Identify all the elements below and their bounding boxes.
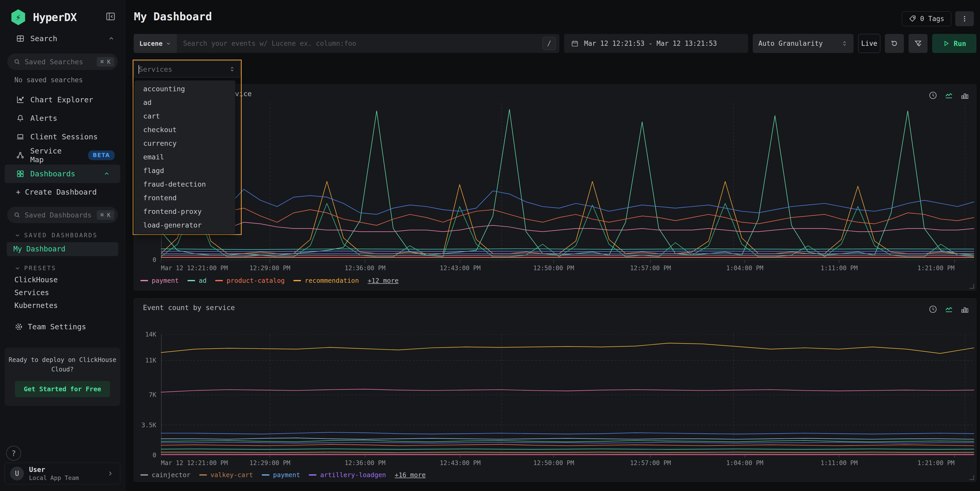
chevron-down-icon bbox=[165, 41, 171, 46]
services-select[interactable] bbox=[134, 61, 240, 77]
legend-item[interactable]: payment bbox=[262, 471, 300, 479]
hyperdx-logo-icon[interactable]: ⚡ bbox=[10, 9, 26, 25]
services-option[interactable]: fraud-detection bbox=[134, 177, 235, 191]
sidebar-item-label: Service Map bbox=[30, 146, 79, 164]
chart-panel-1: vice 0 Mar 12 12:21:00 PM12:29:00 PM12:3… bbox=[134, 84, 977, 291]
sidebar-item-my-dashboard[interactable]: My Dashboard bbox=[7, 242, 118, 256]
section-presets[interactable]: PRESETS bbox=[0, 263, 125, 273]
legend-item[interactable]: product-catalog bbox=[215, 277, 285, 284]
x-axis-tick: 1:04:00 PM bbox=[726, 459, 764, 467]
chevron-down-icon bbox=[14, 265, 21, 271]
section-title: PRESETS bbox=[24, 265, 56, 272]
services-input[interactable] bbox=[139, 65, 229, 73]
legend-item[interactable]: payment bbox=[140, 277, 179, 284]
clock-icon[interactable] bbox=[928, 91, 937, 100]
legend-item[interactable]: ad bbox=[188, 277, 207, 284]
section-saved-dashboards[interactable]: SAVED DASHBOARDS bbox=[0, 230, 125, 241]
user-team: Local App Team bbox=[29, 475, 79, 481]
dashboard-menu-button[interactable] bbox=[955, 11, 974, 26]
sidebar-item-services[interactable]: Services bbox=[0, 286, 125, 299]
sidebar-item-service-map[interactable]: Service Map BETA bbox=[0, 146, 125, 165]
panel-resize-handle[interactable] bbox=[969, 284, 974, 289]
chart-plot[interactable] bbox=[161, 334, 974, 458]
legend-swatch bbox=[140, 474, 148, 475]
line-chart-icon[interactable] bbox=[944, 305, 953, 314]
sidebar-item-team-settings[interactable]: Team Settings bbox=[0, 319, 125, 335]
clock-icon[interactable] bbox=[928, 305, 937, 314]
chart-legend: paymentadproduct-catalogrecommendation+1… bbox=[140, 277, 398, 284]
gear-icon bbox=[14, 323, 23, 331]
saved-searches-input[interactable] bbox=[25, 58, 92, 66]
sidebar-item-alerts[interactable]: Alerts bbox=[0, 109, 125, 127]
user-name: User bbox=[29, 466, 79, 474]
y-axis-tick: 3.5K bbox=[142, 422, 156, 429]
updown-chevrons-icon bbox=[229, 66, 235, 73]
legend-item[interactable]: valkey-cart bbox=[199, 471, 253, 479]
sidebar-item-label: Alerts bbox=[30, 114, 57, 122]
granularity-select[interactable]: Auto Granularity bbox=[753, 34, 854, 53]
line-chart-icon[interactable] bbox=[944, 91, 953, 100]
updown-chevrons-icon bbox=[841, 40, 848, 47]
legend-item[interactable]: artillery-loadgen bbox=[309, 471, 386, 479]
run-button[interactable]: Run bbox=[932, 34, 977, 53]
time-range-picker[interactable]: Mar 12 12:21:53 - Mar 12 13:21:53 bbox=[564, 34, 748, 53]
services-option[interactable]: frontend-proxy bbox=[134, 205, 235, 218]
services-option[interactable]: checkout bbox=[134, 123, 235, 137]
saved-dashboards-input[interactable] bbox=[25, 211, 92, 219]
sidebar-item-client-sessions[interactable]: Client Sessions bbox=[0, 127, 125, 146]
legend-more-link[interactable]: +12 more bbox=[368, 277, 398, 284]
event-search: Lucene / bbox=[134, 34, 559, 53]
panel-resize-handle[interactable] bbox=[969, 475, 974, 480]
filter-button[interactable] bbox=[908, 34, 928, 53]
services-option[interactable]: frontend bbox=[134, 191, 235, 205]
chevron-up-icon[interactable] bbox=[103, 170, 110, 177]
y-axis-tick: 0 bbox=[153, 256, 156, 264]
sidebar-item-label: Team Settings bbox=[28, 323, 86, 331]
time-range-value: Mar 12 12:21:53 - Mar 12 13:21:53 bbox=[584, 40, 717, 47]
services-option[interactable]: ad bbox=[134, 95, 235, 109]
sidebar-nav: Chart Explorer Alerts Client Sessions Se… bbox=[0, 91, 125, 201]
hyperdx-app: ⚡ HyperDX Search ⌘ K No saved searches C… bbox=[0, 0, 980, 491]
saved-dashboards-search[interactable]: ⌘ K bbox=[7, 207, 118, 223]
legend-more-link[interactable]: +16 more bbox=[395, 471, 425, 479]
chevron-up-icon[interactable] bbox=[108, 35, 115, 42]
services-option-list: accountingadcartcheckoutcurrencyemailfla… bbox=[134, 81, 235, 234]
create-dashboard-button[interactable]: + Create Dashboard bbox=[0, 183, 125, 201]
query-language-select[interactable]: Lucene bbox=[134, 34, 177, 53]
services-option[interactable]: load-generator bbox=[134, 218, 235, 232]
sidebar-item-clickhouse[interactable]: ClickHouse bbox=[0, 273, 125, 286]
refresh-button[interactable] bbox=[885, 34, 904, 53]
bar-chart-icon[interactable] bbox=[960, 91, 969, 100]
services-option[interactable]: accounting bbox=[134, 82, 235, 95]
saved-searches-search[interactable]: ⌘ K bbox=[7, 54, 118, 70]
dashboard-grid: vice 0 Mar 12 12:21:00 PM12:29:00 PM12:3… bbox=[134, 84, 977, 482]
services-option[interactable]: flagd bbox=[134, 164, 235, 177]
tags-button[interactable]: 0 Tags bbox=[902, 11, 951, 26]
bar-chart-icon[interactable] bbox=[960, 305, 969, 314]
tag-icon bbox=[909, 15, 916, 22]
services-option[interactable]: email bbox=[134, 150, 235, 164]
legend-swatch bbox=[215, 280, 223, 281]
legend-item[interactable]: cainjector bbox=[140, 471, 191, 479]
granularity-value: Auto Granularity bbox=[758, 40, 822, 47]
user-profile-card[interactable]: U User Local App Team bbox=[5, 463, 120, 484]
chevron-down-icon bbox=[14, 232, 21, 238]
sidebar-item-dashboards[interactable]: Dashboards bbox=[5, 165, 120, 183]
y-axis-tick: 11K bbox=[145, 357, 156, 364]
x-axis-tick: 12:29:00 PM bbox=[249, 265, 290, 272]
sidebar-item-search[interactable]: Search bbox=[0, 29, 125, 48]
services-option[interactable]: cart bbox=[134, 109, 235, 123]
services-option[interactable]: currency bbox=[134, 137, 235, 150]
collapse-sidebar-button[interactable] bbox=[105, 11, 116, 22]
help-button[interactable]: ? bbox=[6, 446, 21, 461]
brand-title: HyperDX bbox=[33, 11, 76, 24]
legend-item[interactable]: recommendation bbox=[293, 277, 359, 284]
sidebar-item-kubernetes[interactable]: Kubernetes bbox=[0, 299, 125, 312]
run-label: Run bbox=[954, 40, 966, 48]
chart-explorer-icon bbox=[16, 95, 25, 104]
sidebar-item-chart-explorer[interactable]: Chart Explorer bbox=[0, 91, 125, 109]
live-button[interactable]: Live bbox=[858, 34, 880, 53]
chart-plot[interactable] bbox=[161, 103, 974, 263]
event-search-input[interactable] bbox=[177, 40, 542, 47]
get-started-button[interactable]: Get Started for Free bbox=[15, 381, 110, 397]
